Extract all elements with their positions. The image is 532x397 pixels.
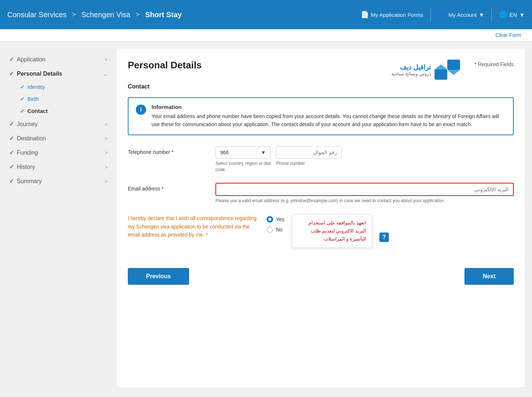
phone-code: 966 (220, 150, 258, 155)
sidebar-label-history: History (17, 164, 105, 170)
header-divider (430, 7, 431, 22)
sidebar-label-identity: Identity (27, 84, 45, 90)
sidebar-item-journey[interactable]: ✓ Journey > (7, 117, 110, 131)
language-dropdown-icon: ▼ (519, 12, 525, 18)
clear-form-button[interactable]: Clear Form (495, 32, 521, 38)
logo-area: ترافيل ديف دروس ونصائح سياحية (391, 60, 460, 80)
tooltip-box: اتعهد بالموافقة على استخدام البريد الاكت… (292, 214, 372, 248)
sidebar-item-birth[interactable]: ✓ Birth (18, 93, 110, 105)
email-inputs: Please use a valid email address (e.g. j… (215, 183, 514, 204)
my-application-forms-label: My Application Forms (371, 12, 423, 18)
check-icon-destination: ✓ (9, 135, 14, 142)
sidebar-item-summary[interactable]: ✓ Summary > (7, 174, 110, 188)
help-icon[interactable]: ? (379, 232, 389, 242)
phone-number-wrap: Phone number (276, 146, 342, 167)
sidebar: ✓ Application > ✓ Personal Details ⌄ ✓ I… (7, 49, 110, 387)
check-icon-summary: ✓ (9, 178, 14, 185)
email-input[interactable] (215, 183, 514, 196)
previous-button[interactable]: Previous (128, 268, 189, 285)
breadcrumb-crumb1[interactable]: Consular Services (7, 11, 66, 19)
form-title: Personal Details (128, 60, 202, 71)
info-title: Information (152, 104, 506, 110)
phone-dropdown-arrow: ▼ (261, 150, 266, 155)
main-layout: ✓ Application > ✓ Personal Details ⌄ ✓ I… (0, 41, 532, 394)
check-icon-application: ✓ (9, 56, 14, 63)
sidebar-item-contact[interactable]: ✓ Contact (18, 105, 110, 117)
logo-container: ترافيل ديف دروس ونصائح سياحية (391, 60, 460, 80)
header-divider2 (491, 7, 492, 22)
info-icon: i (136, 105, 146, 115)
svg-rect-0 (447, 60, 460, 70)
my-application-forms-button[interactable]: 📄 My Application Forms (361, 11, 423, 19)
account-dropdown-icon: ▼ (479, 12, 484, 18)
sidebar-label-summary: Summary (17, 178, 105, 185)
sidebar-label-contact: Contact (27, 108, 48, 114)
radio-yes[interactable]: Yes (267, 216, 284, 223)
sidebar-item-destination[interactable]: ✓ Destination > (7, 131, 110, 145)
breadcrumb: Consular Services > Schengen Visa > Shor… (7, 11, 361, 19)
radio-no-label: No (276, 227, 283, 232)
sidebar-label-application: Application (17, 56, 105, 63)
next-button[interactable]: Next (464, 268, 514, 285)
arrow-history: > (105, 164, 108, 170)
sidebar-item-personal-details[interactable]: ✓ Personal Details ⌄ (7, 67, 110, 81)
header-right: 📄 My Application Forms 👤 My Account ▼ 🌐 … (361, 7, 525, 22)
nav-buttons: Previous Next (128, 262, 514, 287)
arrow-application: > (105, 57, 108, 63)
telephone-inputs: 966 ▼ Select country, region or dial cod… (215, 146, 514, 173)
email-hint: Please use a valid email address (e.g. j… (215, 198, 514, 204)
sidebar-item-identity[interactable]: ✓ Identity (18, 81, 110, 93)
check-icon-history: ✓ (9, 163, 14, 170)
declaration-right: Yes No اتعهد بالموافقة على استخدام البري… (267, 214, 389, 248)
phone-number-input[interactable] (276, 146, 342, 159)
svg-rect-1 (435, 69, 447, 80)
arrow-destination: > (105, 136, 108, 141)
email-label: Email address * (128, 183, 208, 192)
phone-select-wrap: 966 ▼ Select country, region or dial cod… (215, 146, 271, 173)
arrow-funding: > (105, 150, 108, 156)
sub-header: Clear Form (0, 29, 532, 41)
info-content: Information Your email address and phone… (152, 104, 506, 129)
form-title-wrap: Personal Details (128, 60, 202, 71)
breadcrumb-crumb2[interactable]: Schengen Visa (81, 11, 130, 19)
phone-country-select[interactable]: 966 ▼ (215, 146, 271, 159)
my-account-button[interactable]: 👤 My Account ▼ (438, 11, 484, 19)
radio-yes-circle (267, 216, 273, 223)
sidebar-item-application[interactable]: ✓ Application > (7, 52, 110, 67)
logo-arabic-title: ترافيل ديف (391, 63, 431, 71)
arrow-personal-details: ⌄ (103, 71, 108, 77)
form-header: Personal Details ترافيل ديف دروس ونصائح … (128, 60, 514, 80)
my-account-label: My Account (448, 12, 477, 18)
email-field-row: Email address * Please use a valid email… (128, 183, 514, 204)
info-box: i Information Your email address and pho… (128, 97, 514, 135)
check-icon-funding: ✓ (9, 149, 14, 156)
sidebar-label-funding: Funding (17, 150, 105, 156)
logo-arabic-subtitle: دروس ونصائح سياحية (391, 71, 431, 76)
svg-marker-3 (435, 64, 447, 69)
sidebar-label-destination: Destination (17, 135, 105, 142)
language-button[interactable]: 🌐 EN ▼ (499, 11, 525, 19)
required-note: * Required Fields (475, 61, 514, 67)
globe-icon: 🌐 (499, 11, 507, 19)
check-icon-contact: ✓ (20, 108, 24, 114)
sidebar-label-birth: Birth (27, 96, 39, 102)
phone-number-hint: Phone number (276, 160, 342, 167)
user-icon: 👤 (438, 11, 446, 19)
phone-country-hint: Select country, region or dial code (215, 160, 271, 173)
check-icon-journey: ✓ (9, 121, 14, 128)
sidebar-item-history[interactable]: ✓ History > (7, 160, 110, 174)
radio-group: Yes No (267, 214, 284, 233)
info-text: Your email address and phone number have… (152, 112, 506, 129)
arrow-summary: > (105, 178, 108, 184)
sidebar-item-funding[interactable]: ✓ Funding > (7, 145, 110, 160)
declaration-text: I hereby declare that I wish all corresp… (128, 214, 259, 239)
declaration-row: I hereby declare that I wish all corresp… (128, 214, 514, 248)
sidebar-sub-personal: ✓ Identity ✓ Birth ✓ Contact (18, 81, 110, 117)
breadcrumb-crumb3[interactable]: Short Stay (145, 11, 182, 19)
radio-no[interactable]: No (267, 226, 284, 233)
check-icon-personal-details: ✓ (9, 70, 14, 77)
section-title: Contact (128, 83, 514, 90)
breadcrumb-sep1: > (70, 11, 78, 19)
sidebar-label-personal-details: Personal Details (17, 71, 103, 77)
telephone-field-row: Telephone number * 966 ▼ Select country,… (128, 146, 514, 173)
